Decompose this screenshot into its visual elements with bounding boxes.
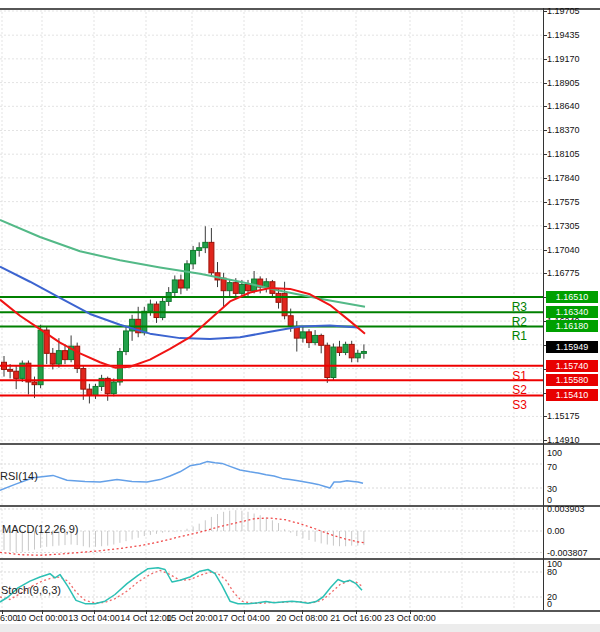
macd-panel: [0, 505, 543, 558]
price-axis-tick: [543, 273, 547, 274]
candle-down: [8, 369, 13, 371]
candle-down: [337, 347, 342, 352]
support-label-S2: S2: [512, 383, 527, 397]
stoch-axis-label: 0: [547, 599, 552, 609]
candle-down: [307, 332, 312, 343]
candle-down: [319, 335, 324, 345]
panel-separator-stoch: [0, 558, 600, 560]
time-axis-label: 23 Oct 00:00: [384, 613, 436, 623]
support-label-S3: S3: [512, 398, 527, 412]
price-axis-tick: [543, 178, 547, 179]
support-resistance-lines: [0, 297, 543, 395]
time-axis-tick: [244, 610, 245, 614]
macd-axis-label: 0.003903: [547, 504, 585, 514]
candle-up: [160, 301, 165, 317]
candle-up: [191, 250, 196, 263]
time-axis-label: 14 Oct 12:00: [120, 613, 172, 623]
time-axis-tick: [356, 610, 357, 614]
resistance-badge-R3: 1.16510: [546, 291, 598, 303]
price-axis-label: 1.16775: [547, 268, 580, 278]
candle-down: [221, 278, 226, 291]
time-axis-tick: [146, 610, 147, 614]
candle-down: [233, 283, 238, 294]
macd-axis-label: -0.003807: [547, 548, 588, 558]
candle-up: [227, 283, 232, 291]
candle-up: [38, 330, 43, 385]
panel-separator-top: [0, 8, 600, 10]
macd-label: MACD(12,26,9): [2, 523, 78, 535]
panel-separator-macd: [0, 505, 600, 507]
time-axis-label: 10 Oct 00:00: [16, 613, 68, 623]
price-axis-label: 1.14910: [547, 435, 580, 445]
price-axis-label: 1.18905: [547, 78, 580, 88]
price-axis-label: 1.19435: [547, 30, 580, 40]
panel-separator-rsi: [0, 443, 600, 445]
price-axis-tick: [543, 250, 547, 251]
candle-up: [142, 311, 147, 332]
resistance-label-R1: R1: [512, 329, 528, 343]
rsi-panel: [0, 443, 543, 505]
candle-down: [32, 382, 37, 385]
time-axis-tick: [192, 610, 193, 614]
candle-up: [185, 264, 190, 288]
price-panel: R3R2R1S1S2S3: [0, 8, 543, 443]
price-axis-tick: [543, 35, 547, 36]
price-axis-tick: [543, 106, 547, 107]
resistance-label-R3: R3: [512, 300, 528, 314]
panel-separator-bottom: [0, 610, 600, 612]
price-axis-tick: [543, 226, 547, 227]
candle-up: [239, 284, 244, 293]
candle-up: [331, 347, 336, 377]
time-axis-tick: [410, 610, 411, 614]
price-axis-label: 1.19705: [547, 6, 580, 16]
time-axis-label: 13 Oct 04:00: [68, 613, 120, 623]
candle-up: [56, 351, 61, 364]
candle-down: [246, 284, 251, 290]
price-axis-label: 1.19170: [547, 54, 580, 64]
vertical-gridlines: [2, 558, 514, 612]
candle-down: [178, 280, 183, 288]
price-axis-tick: [543, 11, 547, 12]
rsi-axis-label: 100: [547, 448, 562, 458]
candle-up: [197, 248, 202, 251]
bottom-margin: [0, 624, 600, 632]
candle-up: [300, 332, 305, 338]
price-axis-label: 1.18105: [547, 149, 580, 159]
price-axis-label: 1.17840: [547, 173, 580, 183]
candle-up: [313, 335, 318, 342]
price-axis-label: 1.17305: [547, 221, 580, 231]
vertical-gridlines: [2, 443, 514, 505]
price-axis-tick: [543, 59, 547, 60]
resistance-badge-R2: 1.16340: [546, 306, 598, 318]
candle-down: [349, 344, 354, 357]
current-price-badge: 1.15949: [546, 341, 598, 353]
time-axis-tick: [302, 610, 303, 614]
candle-up: [343, 344, 348, 352]
rsi-axis-label: 70: [547, 462, 557, 472]
time-axis-label: 20 Oct 08:00: [276, 613, 328, 623]
candle-up: [148, 304, 153, 311]
price-axis-label: 1.17040: [547, 245, 580, 255]
price-axis-tick: [543, 416, 547, 417]
support-badge-S1: 1.15740: [546, 360, 598, 372]
rsi-line: [0, 462, 363, 491]
price-axis-tick: [543, 83, 547, 84]
time-axis-label: 17 Oct 04:00: [218, 613, 270, 623]
candle-down: [288, 316, 293, 327]
candle-down: [81, 369, 86, 390]
candle-down: [209, 242, 214, 272]
candle-up: [124, 331, 129, 352]
resistance-badge-R1: 1.16180: [546, 320, 598, 332]
candles: [2, 226, 367, 403]
support-badge-S3: 1.15410: [546, 389, 598, 401]
candle-up: [361, 352, 366, 354]
ma-mid-line: [0, 267, 358, 339]
candle-up: [355, 353, 360, 357]
price-axis-label: 1.18640: [547, 101, 580, 111]
macd-axis-label: 0.00: [547, 526, 565, 536]
time-axis-label: 15 Oct 20:00: [166, 613, 218, 623]
resistance-label-R2: R2: [512, 315, 528, 329]
candle-down: [14, 371, 19, 378]
time-axis-label: 21 Oct 16:00: [330, 613, 382, 623]
candle-up: [172, 280, 177, 293]
